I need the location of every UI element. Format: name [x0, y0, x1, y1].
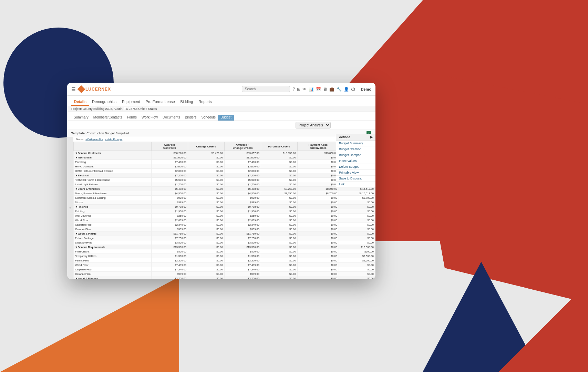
- cell-awarded_co: $7,340.00: [224, 267, 261, 272]
- sub-tab-binders[interactable]: Binders: [183, 115, 199, 121]
- action-budget-compare[interactable]: Budget Compar.: [336, 152, 375, 158]
- cell-name: Install Light Fixtures: [74, 182, 152, 187]
- cell-change_orders: $0.00: [188, 173, 225, 178]
- monitor-icon[interactable]: 🖥: [323, 87, 327, 92]
- cell-awarded_co: $1,500.00: [224, 254, 261, 258]
- cell-purchase_orders: $13,856.00: [261, 151, 297, 155]
- cell-name: Plumbing: [74, 160, 152, 164]
- sub-tab-forms[interactable]: Forms: [125, 115, 139, 121]
- cell-awarded_co: $2,300.00: [224, 258, 261, 263]
- col-name: [74, 142, 152, 151]
- action-save-to-discuss[interactable]: Save to Discuss.: [336, 176, 375, 182]
- cell-remaining: $0.00: [339, 214, 375, 218]
- eye-icon[interactable]: 👁: [302, 87, 307, 92]
- cell-awarded_co: $11,000.00: [224, 155, 261, 160]
- user-icon[interactable]: 👤: [344, 87, 349, 92]
- sub-tab-summary[interactable]: Summary: [71, 115, 91, 121]
- cell-purchase_orders: $0.00: [261, 254, 297, 258]
- cell-awarded: $11,000.00: [152, 155, 188, 160]
- cell-awarded_co: $250.00: [224, 214, 261, 218]
- cell-awarded_co: $1,700.00: [224, 182, 261, 187]
- tab-pro-forma-lease[interactable]: Pro Forma Lease: [143, 98, 178, 106]
- cell-awarded_co: $5,500.00: [224, 178, 261, 182]
- cell-purchase_orders: $0.00: [261, 272, 297, 276]
- calendar-icon[interactable]: 📅: [316, 87, 321, 92]
- cell-change_orders: $0.00: [188, 200, 225, 205]
- table-row: Carpeted Floor$2,340.00$0.00$2,340.00$0.…: [74, 223, 375, 227]
- cell-payment_apps: $0.00: [297, 272, 339, 276]
- cell-awarded_co: $4,500.00: [224, 191, 261, 196]
- sub-tab-budget[interactable]: Budget: [218, 115, 234, 121]
- left-nav-arrow[interactable]: »: [67, 137, 73, 279]
- cell-awarded: $7,400.00: [152, 160, 188, 164]
- sub-tab-work-flow[interactable]: Work Flow: [139, 115, 160, 121]
- main-content: » Name «Collapse All» «Hide Empty» Award…: [67, 137, 375, 279]
- tab-equipment[interactable]: Equipment: [119, 98, 143, 106]
- cell-awarded: $1,500.00: [152, 254, 188, 258]
- hide-empty-link[interactable]: «Hide Empty»: [105, 138, 122, 141]
- action-link[interactable]: Link: [336, 182, 375, 187]
- grid-icon[interactable]: ⊞: [297, 87, 300, 92]
- action-delete-budget[interactable]: Delete Budget: [336, 164, 375, 170]
- cell-awarded_co: $5,488.00: [224, 187, 261, 191]
- cell-awarded: $3,500.00: [152, 240, 188, 245]
- sub-tab-members-contacts[interactable]: Members/Contacts: [91, 115, 125, 121]
- tab-details[interactable]: Details: [71, 98, 89, 106]
- table-row: Temporary Utilities$1,500.00$0.00$1,500.…: [74, 254, 375, 258]
- action-budget-creation[interactable]: Budget Creation: [336, 146, 375, 152]
- table-row: ▼General Contractor$90,276.00$3,426.00$9…: [74, 151, 375, 155]
- cell-awarded: $389.00: [152, 200, 188, 205]
- wrench-icon[interactable]: 🔧: [337, 87, 342, 92]
- tab-demographics[interactable]: Demographics: [89, 98, 119, 106]
- actions-close-icon[interactable]: ▶: [370, 135, 373, 139]
- name-col-label: Name: [76, 138, 83, 141]
- cell-awarded_co: $2,899.00: [224, 218, 261, 223]
- table-row: Wood Floor$2,899.00$0.00$2,899.00$0.00$0…: [74, 218, 375, 223]
- cell-awarded: $2,300.00: [152, 258, 188, 263]
- col-awarded-co: Awarded +Change Orders: [224, 142, 261, 151]
- cell-awarded: $2,899.00: [152, 218, 188, 223]
- cell-name: Doors, Frames & Hardware: [74, 191, 152, 196]
- cell-purchase_orders: $0.00: [261, 178, 297, 182]
- power-icon[interactable]: ⏻: [351, 87, 355, 92]
- cell-payment_apps: $0.00: [297, 178, 339, 182]
- cell-purchase_orders: $0.00: [261, 240, 297, 245]
- cell-name: Ceramic Floor: [74, 227, 152, 231]
- collapse-all-link[interactable]: «Collapse All»: [85, 138, 103, 141]
- cell-purchase_orders: $0.00: [261, 276, 297, 279]
- sub-tab-schedule[interactable]: Schedule: [199, 115, 218, 121]
- briefcase-icon[interactable]: 💼: [329, 87, 334, 92]
- cell-payment_apps: $0.00: [297, 173, 339, 178]
- chart-icon[interactable]: 📊: [309, 87, 314, 92]
- cell-awarded: $9,788.00: [152, 205, 188, 209]
- sub-tab-documents[interactable]: Documents: [160, 115, 183, 121]
- action-index-values[interactable]: Index Values: [336, 158, 375, 164]
- cell-payment_apps: $0.00: [297, 169, 339, 173]
- cell-change_orders: $0.00: [188, 218, 225, 223]
- cell-purchase_orders: $0.00: [261, 236, 297, 240]
- cell-name: Wall Covering: [74, 214, 152, 218]
- action-printable-view[interactable]: Printable View: [336, 170, 375, 176]
- table-header-row: AwardedContracts Change Orders Awarded +…: [74, 142, 375, 151]
- project-analysis-select[interactable]: Project Analysis: [296, 122, 331, 128]
- cell-awarded: $990.00: [152, 196, 188, 200]
- cell-payment_apps: $0.00: [297, 267, 339, 272]
- cell-change_orders: $0.00: [188, 272, 225, 276]
- cell-awarded: $2,000.00: [152, 169, 188, 173]
- search-input[interactable]: [242, 86, 290, 92]
- hamburger-icon[interactable]: ☰: [71, 86, 76, 92]
- cell-awarded: $7,250.00: [152, 236, 188, 240]
- question-icon[interactable]: ?: [293, 87, 295, 92]
- action-budget-summary[interactable]: Budget Summary: [336, 141, 375, 146]
- cell-payment_apps: $0.00: [297, 223, 339, 227]
- cell-awarded_co: $999.00: [224, 227, 261, 231]
- cell-remaining: $0.00: [339, 267, 375, 272]
- cell-awarded_co: $9,788.00: [224, 205, 261, 209]
- cell-remaining: $3,700.00: [339, 196, 375, 200]
- cell-purchase_orders: $0.00: [261, 223, 297, 227]
- tab-bidding[interactable]: Bidding: [178, 98, 196, 106]
- cell-payment_apps: $0.00: [297, 218, 339, 223]
- tab-reports[interactable]: Reports: [196, 98, 215, 106]
- cell-remaining: $0.00: [339, 205, 375, 209]
- cell-awarded_co: $11,750.00: [224, 231, 261, 236]
